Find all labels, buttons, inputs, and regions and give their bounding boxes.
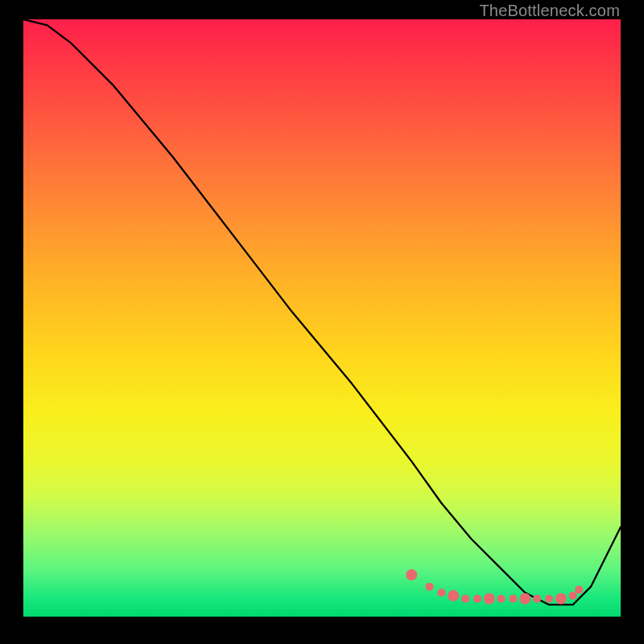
marker-dot [509,595,517,603]
marker-dot [426,583,434,591]
marker-dot [406,569,417,580]
marker-dot [545,595,553,603]
marker-dot [484,593,495,605]
marker-dots [406,569,583,605]
watermark-label: TheBottleneck.com [479,2,620,20]
marker-dot [448,590,459,601]
marker-dot [569,592,577,600]
marker-dot [519,593,530,605]
marker-dot [473,595,481,603]
chart-svg [23,19,621,617]
marker-dot [533,595,541,603]
chart-container: TheBottleneck.com [0,0,644,644]
marker-dot [575,586,583,594]
marker-dot [437,588,445,597]
line-series [23,19,621,605]
plot-area [23,19,621,617]
marker-dot [461,595,469,603]
marker-dot [497,595,506,603]
marker-dot [555,593,567,605]
